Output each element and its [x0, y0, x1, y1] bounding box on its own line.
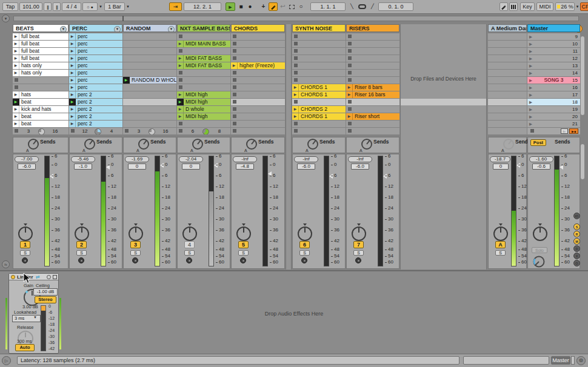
clip-stop-button[interactable] — [348, 107, 352, 111]
track-header-chords[interactable]: CHORDS — [231, 24, 285, 32]
punch-out-button[interactable]: ╱ — [369, 2, 376, 11]
volume-fader-risers[interactable] — [383, 174, 387, 179]
volume-fader-synth-noise[interactable] — [329, 174, 333, 179]
send-a-knob-a-medium-dark-pl[interactable] — [503, 139, 514, 150]
clip-play-icon[interactable]: ▶ — [13, 33, 19, 40]
loop-start-display[interactable]: 1. 1. 1 — [310, 2, 346, 11]
clip-play-icon[interactable]: ▶ — [292, 113, 299, 120]
clip-stop-button[interactable] — [15, 78, 18, 82]
solo-button-synth-noise[interactable]: S — [299, 250, 310, 256]
cpu-dropdown-icon[interactable]: ▾ — [575, 2, 580, 11]
clip-stop-button[interactable] — [233, 71, 236, 74]
time-signature-display[interactable]: 4 / 4 — [62, 2, 81, 11]
clip-play-icon[interactable]: ▶ — [177, 62, 184, 69]
volume-fader-beats[interactable] — [50, 174, 53, 179]
clip-stop-button[interactable] — [348, 49, 352, 53]
clip-full-beat[interactable]: ▶full beat — [13, 33, 68, 40]
clip-stop-slot[interactable] — [177, 77, 230, 84]
computer-midi-keyboard-button[interactable] — [509, 2, 518, 11]
clip-higher-freeze-[interactable]: ▶higher (Freeze) — [231, 62, 285, 69]
clip-perc[interactable]: ▶perc — [69, 55, 122, 62]
arrangement-play-indicator[interactable]: ▷ — [561, 128, 568, 134]
peak-level-display-risers[interactable]: -Inf — [348, 156, 372, 162]
track-activator-random[interactable]: 3 — [130, 241, 141, 248]
clip-play-icon[interactable]: ▶ — [177, 41, 184, 47]
clip-stop-button[interactable] — [179, 85, 182, 89]
device-activator-button[interactable] — [11, 275, 15, 279]
clip-stop-button[interactable] — [294, 49, 298, 53]
session-scrollbar[interactable] — [581, 36, 584, 115]
return-clip-slot[interactable] — [488, 70, 527, 76]
arm-button-risers[interactable] — [355, 257, 361, 263]
clip-play-icon[interactable]: ▶ — [69, 77, 76, 84]
clip-stop-slot[interactable] — [292, 33, 346, 40]
clip-play-icon[interactable]: ▶ — [69, 113, 76, 120]
empty-clip-slot[interactable] — [123, 84, 176, 91]
clip-stop-slot[interactable] — [292, 77, 346, 84]
collapsed-track[interactable] — [286, 24, 292, 269]
scene-slot-13[interactable]: ▶13 — [527, 62, 580, 69]
clip-stop-slot[interactable] — [231, 84, 285, 91]
empty-clip-slot[interactable] — [123, 55, 176, 62]
info-view-toggle[interactable]: ▷ — [2, 356, 11, 365]
session-record-button[interactable] — [289, 5, 295, 9]
clip-play-icon[interactable]: ▶ — [69, 121, 76, 127]
clip-stop-slot[interactable] — [231, 113, 285, 120]
clip-stop-slot[interactable] — [231, 55, 285, 62]
peak-level-display-master[interactable]: -1.60 — [529, 156, 553, 162]
clip-hats[interactable]: ▶hats — [13, 91, 68, 98]
mixer-toggle-x[interactable]: X — [573, 253, 580, 259]
empty-clip-slot[interactable] — [123, 48, 176, 55]
scene-slot-18[interactable]: ▶18 — [527, 99, 580, 105]
clip-stop-button[interactable] — [348, 100, 352, 104]
clip-perc[interactable]: ▶perc — [69, 33, 122, 40]
clip-stop-slot[interactable] — [346, 99, 399, 105]
volume-value-synth-noise[interactable]: -6.0 — [297, 164, 315, 170]
clip-stop-slot[interactable] — [346, 48, 399, 55]
drop-files-zone[interactable] — [400, 24, 487, 269]
solo-button-a-medium-dark-pl[interactable]: S — [495, 250, 506, 256]
clip-chords-2[interactable]: ▶CHORDS 2 — [292, 106, 346, 113]
clip-stop-slot[interactable] — [177, 33, 230, 40]
clip-d-whole[interactable]: ▶D whole — [177, 106, 230, 113]
scene-play-icon[interactable]: ▶ — [529, 62, 532, 69]
arrangement-position-display[interactable]: 12. 2. 1 — [184, 2, 221, 11]
volume-fader-a-medium-dark-pl[interactable] — [516, 163, 520, 168]
clip-beat[interactable]: ▶beat — [13, 113, 68, 120]
peak-level-display-beats[interactable]: -7.00 — [15, 156, 39, 162]
track-stop-all-button[interactable] — [125, 129, 129, 133]
metronome-dropdown-icon[interactable]: ▾ — [98, 2, 103, 11]
mixer-toggle-io[interactable]: IO — [573, 213, 580, 219]
clip-stop-button[interactable] — [348, 71, 352, 74]
scene-slot-12[interactable]: ▶12 — [527, 55, 580, 62]
send-a-knob-risers[interactable] — [361, 139, 372, 150]
clip-play-icon[interactable]: ▶ — [13, 41, 19, 47]
track-activator-beats[interactable]: 1 — [20, 241, 30, 248]
clip-riser-16-bars[interactable]: ▶Riser 16 bars — [346, 91, 399, 98]
empty-clip-slot[interactable] — [123, 91, 176, 98]
clip-play-icon[interactable]: ▶ — [292, 84, 299, 91]
track-stop-all-button[interactable] — [294, 129, 298, 133]
mixer-scrollbar[interactable] — [581, 144, 584, 179]
mixer-toggle-d[interactable]: D — [573, 245, 580, 252]
peak-level-display-nxt-sample-bass[interactable]: -2.04 — [179, 156, 203, 162]
clip-stop-slot[interactable] — [292, 121, 346, 127]
return-clip-slot[interactable] — [488, 62, 527, 69]
return-clip-slot[interactable] — [488, 84, 527, 91]
ceiling-value-box[interactable]: -1.00 dB — [33, 288, 58, 296]
solo-button-risers[interactable]: S — [353, 250, 364, 256]
peak-level-display-random[interactable]: -1.69 — [125, 156, 149, 162]
clip-play-icon[interactable]: ▶ — [13, 70, 19, 76]
track-activator-risers[interactable]: 7 — [353, 241, 364, 248]
track-stop-all-button[interactable] — [71, 129, 75, 133]
volume-value-nxt-sample-bass[interactable]: 0 — [182, 164, 200, 170]
clip-perc[interactable]: ▶perc — [69, 84, 122, 91]
clip-stop-button[interactable] — [233, 100, 236, 104]
scene-play-icon[interactable]: ▶ — [529, 84, 532, 91]
arm-button-beats[interactable] — [22, 257, 28, 263]
arm-button-synth-noise[interactable] — [301, 257, 307, 263]
clip-stop-button[interactable] — [233, 85, 236, 89]
clip-stop-button[interactable] — [294, 100, 298, 104]
return-clip-slot[interactable] — [488, 99, 527, 105]
clip-play-icon[interactable]: ▶ — [69, 41, 76, 47]
